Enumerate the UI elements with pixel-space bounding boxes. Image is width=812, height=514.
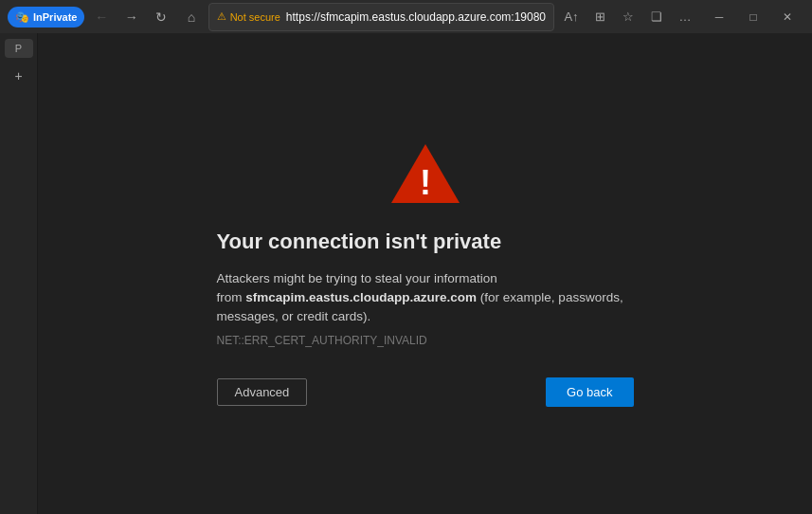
- not-secure-text: Not secure: [230, 11, 280, 23]
- collections-button[interactable]: ❏: [643, 4, 670, 30]
- read-aloud-button[interactable]: A↑: [558, 4, 585, 30]
- inprivate-icon: 🎭: [15, 10, 29, 24]
- address-bar[interactable]: ⚠ Not secure https://sfmcapim.eastus.clo…: [208, 3, 554, 31]
- go-back-button[interactable]: Go back: [546, 377, 633, 407]
- sidebar: P +: [0, 33, 38, 514]
- sidebar-inprivate-label: P: [15, 43, 22, 54]
- inprivate-label: InPrivate: [33, 11, 77, 23]
- refresh-button[interactable]: ↻: [149, 4, 175, 30]
- close-button[interactable]: ✕: [770, 2, 804, 32]
- title-bar: 🎭 InPrivate ← → ↻ ⌂ ⚠ Not secure https:/…: [0, 0, 812, 33]
- window-controls: ─ □ ✕: [702, 2, 804, 32]
- error-title: Your connection isn't private: [217, 229, 502, 254]
- page-content: ! Your connection isn't private Attacker…: [38, 33, 812, 514]
- browser-body: P + ! Your connection isn't private Atta…: [0, 33, 812, 514]
- reader-mode-button[interactable]: ⊞: [586, 4, 613, 30]
- svg-text:!: !: [420, 163, 431, 202]
- maximize-button[interactable]: □: [736, 2, 770, 32]
- not-secure-indicator: ⚠ Not secure: [217, 10, 280, 23]
- warning-icon-wrapper: !: [388, 140, 463, 211]
- browser-window: 🎭 InPrivate ← → ↻ ⌂ ⚠ Not secure https:/…: [0, 0, 812, 514]
- url-text: https://sfmcapim.eastus.cloudapp.azure.c…: [286, 10, 546, 24]
- favorites-button[interactable]: ☆: [615, 4, 641, 30]
- home-button[interactable]: ⌂: [178, 4, 205, 30]
- buttons-row: Advanced Go back: [217, 377, 634, 407]
- advanced-button[interactable]: Advanced: [217, 378, 308, 406]
- inprivate-badge: 🎭 InPrivate: [8, 7, 84, 28]
- error-url: sfmcapim.eastus.cloudapp.azure.com: [245, 290, 477, 304]
- sidebar-inprivate-indicator: P: [5, 39, 33, 58]
- warning-icon: ⚠: [217, 10, 226, 23]
- forward-button[interactable]: →: [118, 4, 145, 30]
- warning-triangle-icon: !: [388, 140, 463, 207]
- minimize-button[interactable]: ─: [702, 2, 736, 32]
- error-description: Attackers might be trying to steal your …: [217, 269, 634, 327]
- toolbar-icons: A↑ ⊞ ☆ ❏ …: [558, 4, 698, 30]
- url-display: https://sfmcapim.eastus.cloudapp.azure.c…: [286, 10, 546, 24]
- error-code: NET::ERR_CERT_AUTHORITY_INVALID: [217, 334, 427, 347]
- settings-button[interactable]: …: [672, 4, 698, 30]
- error-container: ! Your connection isn't private Attacker…: [179, 140, 672, 408]
- back-button[interactable]: ←: [88, 4, 115, 30]
- sidebar-add-tab-button[interactable]: +: [5, 62, 33, 90]
